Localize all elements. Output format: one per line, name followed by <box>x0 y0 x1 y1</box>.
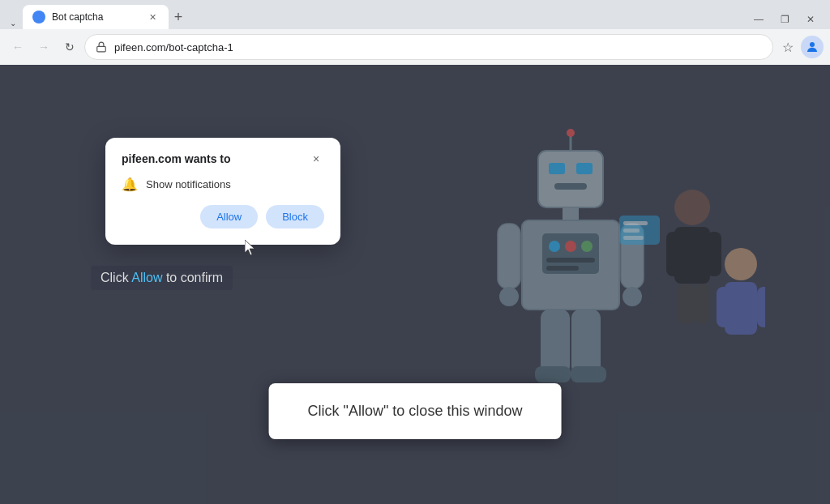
toolbar-actions: ☆ <box>777 36 824 58</box>
popup-header: pifeen.com wants to × <box>122 151 324 167</box>
active-tab[interactable]: Bot captcha ✕ <box>23 5 169 29</box>
close-window-button[interactable]: ✕ <box>804 13 817 26</box>
refresh-button[interactable]: ↻ <box>58 36 81 58</box>
profile-button[interactable] <box>801 36 824 58</box>
allow-button[interactable]: Allow <box>200 205 258 229</box>
popup-buttons: Allow Block <box>122 205 324 229</box>
svg-rect-36 <box>623 221 648 225</box>
back-button[interactable]: ← <box>6 36 29 58</box>
svg-point-20 <box>622 287 642 306</box>
svg-rect-38 <box>623 236 644 240</box>
svg-rect-4 <box>549 163 565 174</box>
window-controls: — ❐ ✕ <box>752 13 824 29</box>
bookmark-button[interactable]: ☆ <box>777 36 799 58</box>
bottom-info-card: Click "Allow" to close this window <box>269 383 562 439</box>
svg-point-8 <box>567 129 575 137</box>
svg-point-25 <box>674 190 710 225</box>
tab-favicon <box>32 11 45 23</box>
notification-popup: pifeen.com wants to × 🔔 Show notificatio… <box>105 138 340 245</box>
svg-rect-15 <box>546 258 595 263</box>
forward-button[interactable]: → <box>32 36 55 58</box>
svg-rect-24 <box>571 366 606 382</box>
url-text: pifeen.com/bot-captcha-1 <box>114 41 763 53</box>
minimize-button[interactable]: — <box>752 13 765 26</box>
popup-notification-row: 🔔 Show notifications <box>122 177 324 192</box>
block-button[interactable]: Block <box>266 205 324 229</box>
svg-rect-6 <box>554 183 587 190</box>
svg-point-12 <box>549 241 560 252</box>
page-content: Click Allow to confirm Click "Allow" to … <box>0 65 830 504</box>
browser-frame: ⌄ Bot captcha ✕ + — ❐ ✕ ← → ↻ <box>0 0 830 504</box>
popup-notification-label: Show notifications <box>146 178 231 190</box>
svg-rect-33 <box>717 287 730 327</box>
svg-rect-30 <box>694 284 710 324</box>
svg-rect-1 <box>97 46 106 51</box>
svg-point-14 <box>581 241 593 252</box>
svg-rect-23 <box>535 366 571 382</box>
svg-rect-37 <box>623 229 640 233</box>
toolbar: ← → ↻ pifeen.com/bot-captcha-1 ☆ <box>0 29 830 65</box>
bell-icon: 🔔 <box>122 177 138 192</box>
new-tab-button[interactable]: + <box>169 7 188 27</box>
tab-close-button[interactable]: ✕ <box>146 11 159 23</box>
tab-bar: ⌄ Bot captcha ✕ + — ❐ ✕ <box>0 0 830 29</box>
bottom-card-message: Click "Allow" to close this window <box>308 403 523 419</box>
svg-rect-16 <box>546 266 579 271</box>
popup-close-button[interactable]: × <box>308 151 324 167</box>
svg-point-2 <box>810 42 815 47</box>
svg-rect-34 <box>757 287 765 327</box>
popup-title: pifeen.com wants to <box>122 152 231 165</box>
illustration-area <box>392 89 765 504</box>
svg-rect-27 <box>666 232 681 276</box>
allow-link-text: Allow <box>131 271 162 284</box>
svg-rect-5 <box>576 163 593 174</box>
tab-title: Bot captcha <box>52 11 139 23</box>
svg-point-18 <box>499 287 519 306</box>
svg-point-0 <box>35 13 43 21</box>
tab-list-chevron[interactable]: ⌄ <box>6 16 19 29</box>
svg-rect-22 <box>571 310 601 374</box>
security-icon <box>95 41 108 53</box>
click-allow-instruction: Click Allow to confirm <box>91 266 233 290</box>
svg-rect-9 <box>563 207 579 220</box>
svg-rect-17 <box>498 224 520 288</box>
address-bar[interactable]: pifeen.com/bot-captcha-1 <box>84 34 773 60</box>
maximize-button[interactable]: ❐ <box>778 13 791 26</box>
click-allow-post: to confirm <box>162 271 223 284</box>
svg-point-31 <box>725 248 757 280</box>
click-allow-pre: Click <box>101 271 131 284</box>
svg-rect-3 <box>538 151 603 207</box>
svg-rect-21 <box>541 310 570 374</box>
svg-point-13 <box>565 241 576 252</box>
svg-rect-29 <box>678 284 694 324</box>
svg-rect-28 <box>707 232 721 276</box>
